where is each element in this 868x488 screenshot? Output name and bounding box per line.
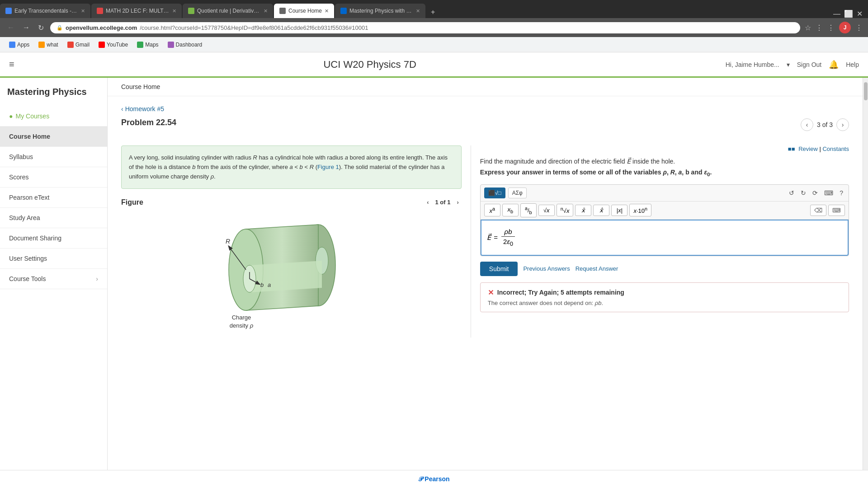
- tab-close[interactable]: ✕: [325, 8, 329, 14]
- tab-close[interactable]: ✕: [81, 8, 85, 14]
- keyboard-toggle-button[interactable]: ⌨: [828, 205, 845, 216]
- user-avatar[interactable]: J: [839, 22, 851, 33]
- sidebar-item-course-tools[interactable]: Course Tools ›: [0, 269, 107, 289]
- sidebar-item-scores[interactable]: Scores: [0, 167, 107, 188]
- minimize-button[interactable]: —: [833, 10, 840, 18]
- problem-title: Problem 22.54: [121, 118, 176, 127]
- overline-button[interactable]: x̄: [575, 205, 591, 216]
- tab-quotient[interactable]: Quotient rule | Derivatives (vide ✕: [183, 4, 273, 18]
- help-icon[interactable]: ?: [838, 188, 845, 198]
- user-greeting[interactable]: Hi, Jaime Humbe...: [726, 61, 779, 68]
- sidebar-item-course-home[interactable]: Course Home: [0, 127, 107, 147]
- homework-back-link[interactable]: ‹ Homework #5: [121, 105, 164, 113]
- bookmark-gmail[interactable]: Gmail: [64, 40, 93, 49]
- submit-button[interactable]: Submit: [480, 262, 518, 276]
- tab-close[interactable]: ✕: [416, 8, 420, 14]
- nth-root-button[interactable]: n√x: [557, 204, 574, 216]
- course-tools-label: Course Tools: [9, 275, 46, 282]
- delete-button[interactable]: ⌫: [810, 205, 826, 216]
- url-input[interactable]: 🔒 openvellum.ecollege.com /course.html?c…: [50, 22, 800, 33]
- tab-search-icon[interactable]: ⋮: [816, 23, 823, 32]
- bookmark-youtube[interactable]: YouTube: [95, 40, 132, 49]
- sidebar-item-my-courses[interactable]: ●My Courses: [0, 106, 107, 127]
- undo-icon[interactable]: ↺: [787, 188, 796, 198]
- toolbar-top-row: ⬛√□ AΣφ ↺ ↻ ⟳ ⌨ ?: [481, 185, 849, 202]
- bookmark-apps[interactable]: Apps: [5, 40, 33, 49]
- bookmark-star-icon[interactable]: ☆: [805, 23, 811, 32]
- review-link[interactable]: Review: [798, 145, 818, 152]
- fig-next-button[interactable]: ›: [454, 198, 461, 206]
- site-header: ≡ UCI W20 Physics 7D Hi, Jaime Humbe... …: [0, 52, 868, 78]
- previous-answers-link[interactable]: Previous Answers: [523, 265, 570, 272]
- fraction-button[interactable]: a/b: [520, 203, 537, 217]
- constants-link[interactable]: Constants: [822, 145, 849, 152]
- back-button[interactable]: ←: [5, 23, 16, 33]
- bookmarks-bar: Apps what Gmail YouTube Maps Dashboard: [0, 37, 868, 52]
- notification-bell-icon[interactable]: 🔔: [829, 60, 839, 70]
- new-tab-button[interactable]: +: [426, 6, 439, 18]
- superscript-button[interactable]: xa: [484, 204, 500, 216]
- svg-text:R: R: [226, 238, 230, 245]
- maximize-button[interactable]: ⬜: [844, 9, 853, 18]
- svg-text:b: b: [260, 282, 264, 288]
- hat-button[interactable]: x̂: [593, 205, 609, 216]
- sign-out-link[interactable]: Sign Out: [797, 61, 821, 68]
- tab-course-home[interactable]: Course Home ✕: [274, 4, 334, 18]
- left-column: A very long, solid insulating cylinder w…: [121, 145, 471, 338]
- keyboard-icon[interactable]: ⌨: [822, 188, 835, 198]
- sidebar-logo: Mastering Physics: [0, 78, 107, 106]
- sidebar-item-pearson-etext[interactable]: Pearson eText: [0, 188, 107, 208]
- sidebar-item-user-settings[interactable]: User Settings: [0, 249, 107, 269]
- close-button[interactable]: ✕: [857, 9, 863, 18]
- fig-prev-button[interactable]: ‹: [424, 198, 431, 206]
- sidebar-item-study-area[interactable]: Study Area: [0, 208, 107, 228]
- tab-mastering[interactable]: Mastering Physics with Pearson ✕: [335, 4, 425, 18]
- tab-favicon: [188, 8, 194, 14]
- scrollbar[interactable]: [863, 78, 868, 488]
- refresh-button[interactable]: ↻: [36, 23, 46, 33]
- abs-button[interactable]: |x|: [611, 205, 627, 216]
- youtube-icon: [99, 42, 105, 48]
- tab-close[interactable]: ✕: [172, 8, 176, 14]
- tab-math2d[interactable]: MATH 2D LEC F: MULTIVAR CAL ✕: [91, 4, 182, 18]
- svg-text:density ρ: density ρ: [230, 322, 254, 329]
- tab-title: Early Transcendentals - Stewart,: [14, 8, 78, 14]
- redo-icon[interactable]: ↻: [799, 188, 808, 198]
- bookmark-maps[interactable]: Maps: [133, 40, 162, 49]
- sidebar-item-syllabus[interactable]: Syllabus: [0, 147, 107, 167]
- maps-icon: [137, 42, 143, 48]
- bookmark-gmail-label: Gmail: [75, 42, 90, 48]
- tab-early-transcendentals[interactable]: Early Transcendentals - Stewart, ✕: [0, 4, 90, 18]
- chrome-menu-icon[interactable]: ⋮: [855, 23, 863, 32]
- request-answer-link[interactable]: Request Answer: [576, 265, 618, 272]
- syllabus-label: Syllabus: [9, 153, 33, 160]
- address-bar: ← → ↻ 🔒 openvellum.ecollege.com /course.…: [0, 18, 868, 37]
- sci-notation-button[interactable]: x·10n: [629, 204, 651, 216]
- bookmark-dashboard[interactable]: Dashboard: [164, 40, 206, 49]
- scores-label: Scores: [9, 174, 29, 181]
- help-link[interactable]: Help: [846, 61, 859, 68]
- settings-icon[interactable]: ⋮: [827, 23, 835, 32]
- scroll-thumb[interactable]: [864, 82, 868, 100]
- main-area: Mastering Physics ●My Courses Course Hom…: [0, 78, 868, 488]
- error-box: ✕ Incorrect; Try Again; 5 attempts remai…: [480, 282, 849, 312]
- toolbar-math-row: xa xb a/b √x n√x x̄ x̂ |x| x·10n: [481, 202, 849, 220]
- tab-close[interactable]: ✕: [264, 8, 268, 14]
- symbol-button[interactable]: AΣφ: [508, 188, 527, 198]
- bookmark-what[interactable]: what: [35, 40, 61, 49]
- subscript-button[interactable]: xb: [502, 204, 519, 216]
- hamburger-icon[interactable]: ≡: [9, 59, 14, 70]
- forward-button[interactable]: →: [21, 23, 32, 33]
- formula-denominator: 2ε0: [501, 237, 515, 247]
- math-mode-button[interactable]: ⬛√□: [484, 188, 505, 198]
- bookmark-youtube-label: YouTube: [107, 42, 128, 48]
- reset-icon[interactable]: ⟳: [811, 188, 820, 198]
- tab-favicon: [97, 8, 103, 14]
- next-problem-button[interactable]: ›: [836, 118, 849, 131]
- svg-text:a: a: [268, 282, 271, 288]
- prev-problem-button[interactable]: ‹: [801, 118, 813, 131]
- sidebar-item-document-sharing[interactable]: Document Sharing: [0, 228, 107, 249]
- math-input[interactable]: E⃗ = ρb 2ε0: [481, 220, 849, 256]
- sqrt-button[interactable]: √x: [538, 205, 555, 216]
- dropdown-chevron-icon[interactable]: ▾: [787, 61, 790, 68]
